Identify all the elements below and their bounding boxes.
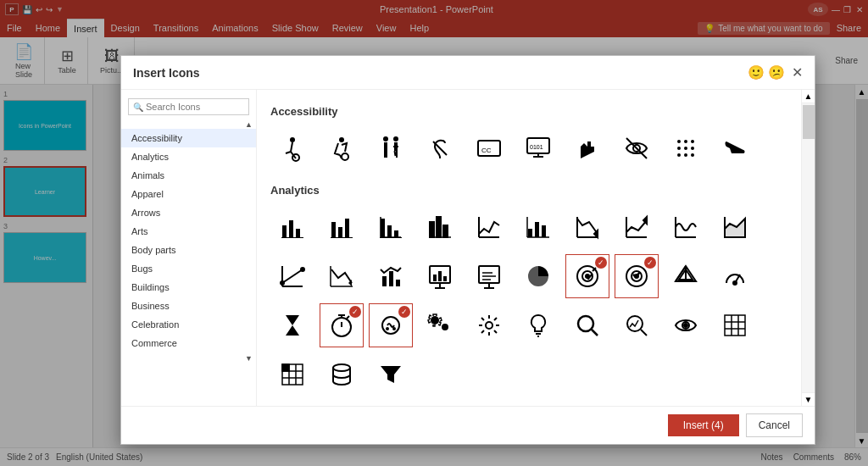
- icon-table-grid[interactable]: [270, 352, 314, 397]
- icon-target-check-1[interactable]: [565, 254, 609, 298]
- category-item-analytics[interactable]: Analytics: [121, 147, 256, 166]
- category-item-celebration[interactable]: Celebration: [121, 315, 256, 334]
- icon-eye-disabled[interactable]: [615, 126, 659, 170]
- category-item-accessibility[interactable]: Accessibility: [121, 129, 256, 147]
- icon-funnel[interactable]: [369, 352, 413, 397]
- icon-line-chart-up[interactable]: [615, 205, 659, 249]
- category-item-business[interactable]: Business: [121, 297, 256, 315]
- modal-body: 🔍 ▲ Accessibility Analytics Animals Appa…: [121, 90, 815, 406]
- svg-rect-60: [438, 271, 442, 281]
- icon-target-check-2[interactable]: [615, 254, 659, 298]
- icon-slope-chart[interactable]: [270, 254, 314, 298]
- feedback-frown-btn[interactable]: 😕: [768, 64, 785, 80]
- icon-column-chart[interactable]: [418, 205, 462, 249]
- icon-tty[interactable]: [713, 126, 757, 170]
- category-item-animals[interactable]: Animals: [121, 166, 256, 185]
- modal-scroll-thumb[interactable]: [803, 105, 815, 139]
- sidebar-scroll-up-btn[interactable]: ▲: [245, 120, 253, 129]
- svg-rect-45: [528, 229, 532, 237]
- category-item-apparel[interactable]: Apparel: [121, 185, 256, 203]
- svg-rect-61: [443, 276, 447, 281]
- icon-bar-chart-4[interactable]: [516, 205, 560, 249]
- icon-wave-chart[interactable]: [664, 205, 708, 249]
- svg-point-91: [578, 316, 593, 331]
- feedback-smile-btn[interactable]: 🙂: [748, 64, 765, 80]
- modal-sidebar: 🔍 ▲ Accessibility Analytics Animals Appa…: [121, 90, 257, 406]
- category-item-commerce[interactable]: Commerce: [121, 334, 256, 352]
- svg-point-25: [684, 147, 687, 150]
- icon-area-chart[interactable]: [713, 205, 757, 249]
- svg-point-3: [342, 153, 348, 160]
- icon-bar-chart-1[interactable]: [270, 205, 314, 249]
- search-icon: 🔍: [133, 103, 143, 112]
- insert-button[interactable]: Insert (4): [668, 414, 739, 436]
- selected-checkmark-4: [398, 306, 410, 318]
- svg-rect-62: [479, 266, 499, 283]
- icon-bulb[interactable]: [516, 303, 560, 347]
- modal-scroll-up-btn[interactable]: ▲: [802, 90, 815, 103]
- insert-icons-modal: Insert Icons 🙂 😕 ✕ 🔍 ▲: [120, 55, 815, 445]
- category-item-buildings[interactable]: Buildings: [121, 278, 256, 297]
- icon-braille[interactable]: [664, 126, 708, 170]
- svg-line-94: [641, 330, 647, 336]
- icon-wheelchair[interactable]: [270, 126, 314, 170]
- svg-point-23: [691, 140, 694, 143]
- icon-bar-chart-3[interactable]: [369, 205, 413, 249]
- svg-rect-55: [396, 280, 400, 286]
- svg-rect-43: [437, 217, 441, 237]
- icon-presentation-bar[interactable]: [467, 254, 511, 298]
- icon-search-chart[interactable]: [615, 303, 659, 347]
- cancel-button[interactable]: Cancel: [746, 413, 803, 437]
- icon-chart-trend-down[interactable]: [320, 254, 364, 298]
- icon-stock-chart[interactable]: [467, 205, 511, 249]
- category-list: Accessibility Analytics Animals Apparel …: [121, 129, 256, 352]
- svg-text:CC: CC: [481, 147, 492, 154]
- svg-rect-30: [282, 225, 287, 237]
- icon-hand-gesture[interactable]: [565, 126, 609, 170]
- search-input[interactable]: [128, 98, 249, 115]
- svg-rect-46: [535, 222, 539, 237]
- category-item-arts[interactable]: Arts: [121, 222, 256, 241]
- icon-pie-chart[interactable]: [516, 254, 560, 298]
- svg-rect-9: [386, 151, 387, 158]
- icon-ai-brain[interactable]: [369, 303, 413, 347]
- svg-rect-54: [389, 271, 393, 286]
- svg-point-29: [691, 153, 694, 157]
- svg-rect-47: [542, 225, 546, 237]
- icon-data-grid[interactable]: [713, 303, 757, 347]
- icon-search-magnify[interactable]: [565, 303, 609, 347]
- modal-scroll-down-btn[interactable]: ▼: [802, 392, 815, 406]
- icon-gauge[interactable]: [713, 254, 757, 298]
- svg-line-92: [592, 330, 598, 336]
- selected-checkmark-2: [644, 257, 656, 269]
- category-item-bugs[interactable]: Bugs: [121, 259, 256, 278]
- icon-settings[interactable]: [467, 303, 511, 347]
- sidebar-scroll-down-btn[interactable]: ▼: [245, 354, 253, 363]
- icon-radar-chart[interactable]: [664, 254, 708, 298]
- category-item-arrows[interactable]: Arrows: [121, 203, 256, 222]
- icon-bar-chart-2[interactable]: [320, 205, 364, 249]
- icon-eye-view[interactable]: [664, 303, 708, 347]
- icon-wheelchair-accessible[interactable]: [320, 126, 364, 170]
- icon-stopwatch[interactable]: [320, 303, 364, 347]
- svg-rect-107: [282, 364, 289, 371]
- modal-close-x-btn[interactable]: ✕: [792, 64, 803, 80]
- icon-database[interactable]: [320, 352, 364, 397]
- modal-footer: Insert (4) Cancel: [121, 406, 815, 444]
- icon-restroom[interactable]: [369, 126, 413, 170]
- category-item-bodyparts[interactable]: Body parts: [121, 241, 256, 259]
- svg-rect-34: [331, 222, 336, 237]
- icon-hourglass[interactable]: [270, 303, 314, 347]
- icon-cog-group[interactable]: [418, 303, 462, 347]
- svg-marker-48: [594, 230, 598, 237]
- icon-screen-reader[interactable]: 0101: [516, 126, 560, 170]
- icon-presentation-chart[interactable]: [418, 254, 462, 298]
- svg-line-20: [626, 138, 647, 158]
- icons-content-area: Accessibility CC: [257, 90, 801, 406]
- svg-point-2: [339, 137, 344, 142]
- svg-point-28: [684, 153, 687, 157]
- icon-caption[interactable]: CC: [467, 126, 511, 170]
- icon-hearing-impaired[interactable]: [418, 126, 462, 170]
- icon-line-chart-down[interactable]: [565, 205, 609, 249]
- icon-combo-chart[interactable]: [369, 254, 413, 298]
